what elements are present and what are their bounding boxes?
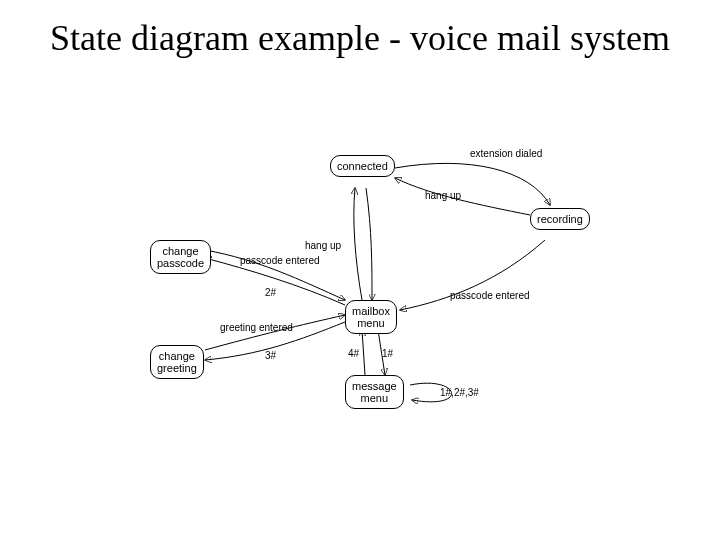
state-message-menu: message menu <box>345 375 404 409</box>
label-greeting-entered: greeting entered <box>220 322 293 333</box>
state-change-greeting: change greeting <box>150 345 204 379</box>
label-4hash: 4# <box>348 348 359 359</box>
label-passcode-entered-cp: passcode entered <box>240 255 320 266</box>
slide: State diagram example - voice mail syste… <box>0 0 720 540</box>
label-2hash: 2# <box>265 287 276 298</box>
state-recording: recording <box>530 208 590 230</box>
state-mailbox-menu: mailbox menu <box>345 300 397 334</box>
state-diagram: connected recording change passcode mail… <box>150 150 650 480</box>
edges <box>150 150 650 480</box>
label-passcode-entered-rec: passcode entered <box>450 290 530 301</box>
label-1hash: 1# <box>382 348 393 359</box>
label-self-loop: 1#,2#,3# <box>440 387 479 398</box>
label-hang-up-mailbox: hang up <box>305 240 341 251</box>
label-3hash: 3# <box>265 350 276 361</box>
state-change-passcode: change passcode <box>150 240 211 274</box>
page-title: State diagram example - voice mail syste… <box>0 18 720 59</box>
label-hang-up-rec: hang up <box>425 190 461 201</box>
label-extension-dialed: extension dialed <box>470 148 542 159</box>
state-connected: connected <box>330 155 395 177</box>
